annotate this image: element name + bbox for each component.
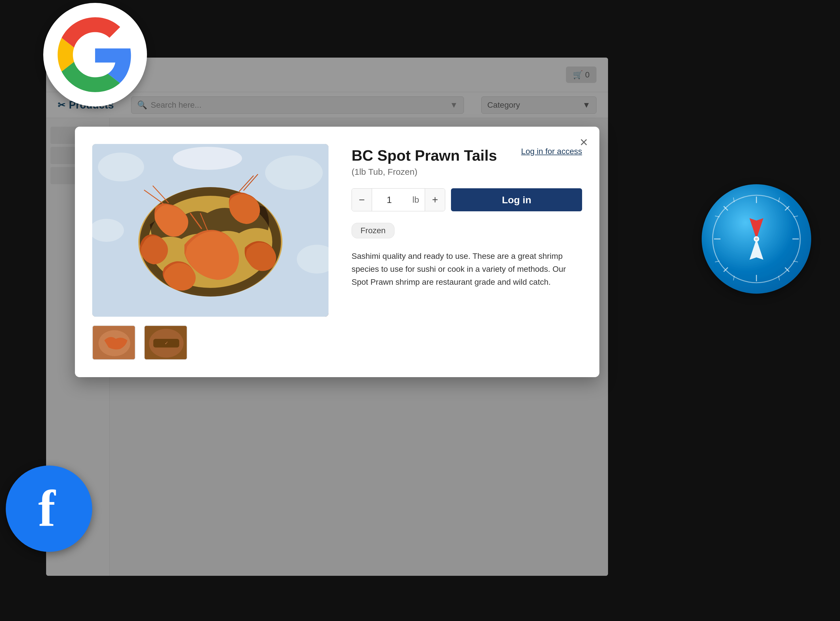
quantity-unit: lb [407, 195, 425, 205]
svg-marker-41 [749, 239, 763, 260]
product-subtitle: (1lb Tub, Frozen) [352, 167, 582, 177]
quantity-decrease-button[interactable]: − [352, 188, 372, 211]
thumbnail-1[interactable] [92, 325, 135, 360]
title-row: Log in for access BC Spot Prawn Tails (1… [352, 147, 582, 188]
quantity-increase-button[interactable]: + [425, 188, 445, 211]
product-description: Sashimi quality and ready to use. These … [352, 250, 582, 288]
product-main-image [92, 144, 328, 317]
google-icon[interactable] [43, 3, 147, 106]
svg-point-6 [173, 147, 242, 170]
svg-point-44 [755, 238, 758, 241]
thumbnail-2[interactable]: ✓ [144, 325, 187, 360]
google-g-logo [58, 17, 132, 92]
safari-compass-logo [710, 193, 802, 285]
svg-point-5 [265, 156, 323, 190]
svg-text:✓: ✓ [164, 341, 168, 345]
quantity-control: − lb + [352, 188, 445, 211]
modal-details-section: Log in for access BC Spot Prawn Tails (1… [352, 144, 582, 360]
svg-marker-42 [749, 218, 763, 239]
login-access-link[interactable]: Log in for access [521, 147, 582, 156]
svg-point-4 [98, 153, 144, 182]
facebook-icon[interactable]: f [6, 465, 92, 552]
modal-thumbnails: ✓ [92, 325, 328, 360]
modal-image-section: ✓ [92, 144, 328, 360]
safari-icon[interactable] [702, 184, 811, 294]
product-modal: × [75, 127, 599, 377]
quantity-row: − lb + Log in [352, 188, 582, 211]
product-tag: Frozen [352, 223, 395, 238]
thumb-image-1 [93, 326, 135, 360]
shrimp-image-svg [92, 144, 328, 317]
login-button[interactable]: Log in [451, 188, 582, 211]
thumb-image-2: ✓ [145, 326, 187, 360]
modal-close-button[interactable]: × [580, 135, 588, 149]
quantity-input[interactable] [372, 188, 407, 211]
facebook-f-letter: f [38, 483, 56, 535]
